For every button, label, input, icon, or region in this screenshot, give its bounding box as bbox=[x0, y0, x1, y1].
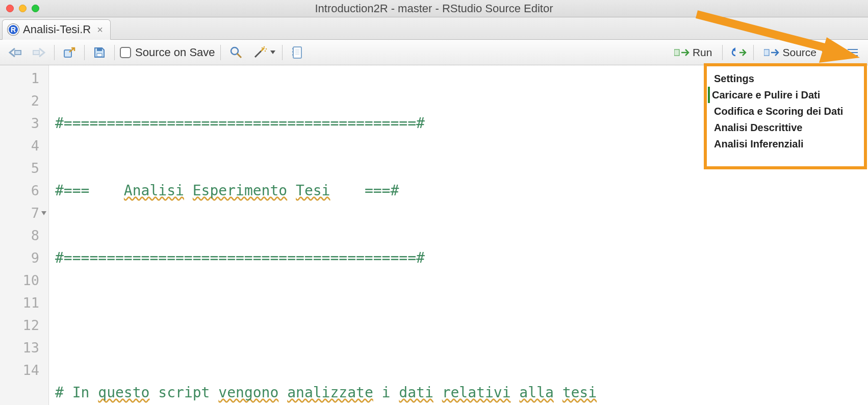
outline-item[interactable]: Caricare e Pulire i Dati bbox=[708, 87, 859, 103]
svg-line-4 bbox=[237, 54, 241, 58]
run-button[interactable]: Run bbox=[669, 44, 718, 61]
line-number[interactable]: 8 bbox=[0, 224, 48, 247]
line-number[interactable]: 5 bbox=[0, 157, 48, 180]
line-number[interactable]: 12 bbox=[0, 314, 48, 337]
outline-item[interactable]: Analisi Descrittive bbox=[712, 119, 859, 136]
svg-rect-17 bbox=[764, 49, 769, 56]
code-tools-button[interactable] bbox=[249, 44, 277, 61]
popout-button[interactable] bbox=[60, 44, 79, 61]
rerun-button[interactable] bbox=[728, 44, 748, 61]
outline-item[interactable]: Analisi Inferenziali bbox=[712, 136, 859, 152]
line-number[interactable]: 6 bbox=[0, 180, 48, 202]
checkbox-icon bbox=[120, 47, 131, 58]
line-number[interactable]: 13 bbox=[0, 337, 48, 359]
line-number[interactable]: 14 bbox=[0, 359, 48, 382]
toolbar-separator bbox=[54, 45, 55, 60]
tab-filename: Analisi-Tesi.R bbox=[23, 23, 91, 36]
save-button[interactable] bbox=[90, 44, 109, 61]
svg-point-5 bbox=[263, 46, 264, 47]
outline-item[interactable]: Settings bbox=[712, 70, 859, 87]
source-on-save-label: Source on Save bbox=[135, 46, 215, 59]
editor-toolbar: Source on Save Run Source bbox=[0, 40, 868, 65]
line-number[interactable]: 1 bbox=[0, 67, 48, 90]
tab-strip: R Analisi-Tesi.R × bbox=[0, 17, 868, 40]
svg-rect-15 bbox=[292, 54, 294, 56]
svg-point-8 bbox=[264, 50, 265, 51]
svg-rect-16 bbox=[674, 49, 679, 56]
outline-item[interactable]: Codifica e Scoring dei Dati bbox=[712, 103, 859, 119]
svg-point-3 bbox=[231, 47, 238, 55]
outline-toggle-button[interactable] bbox=[843, 44, 863, 61]
chevron-down-icon bbox=[822, 50, 827, 54]
toolbar-separator bbox=[84, 45, 85, 60]
svg-rect-2 bbox=[97, 48, 102, 51]
tab-close-icon[interactable]: × bbox=[97, 24, 103, 36]
source-file-tab[interactable]: R Analisi-Tesi.R × bbox=[2, 19, 111, 40]
svg-point-6 bbox=[265, 48, 266, 49]
chevron-down-icon bbox=[270, 50, 275, 54]
toolbar-separator bbox=[753, 45, 754, 60]
svg-rect-13 bbox=[292, 48, 294, 49]
line-number[interactable]: 11 bbox=[0, 292, 48, 314]
r-file-icon: R bbox=[8, 24, 19, 35]
svg-rect-9 bbox=[293, 47, 301, 58]
toolbar-separator bbox=[220, 45, 221, 60]
notebook-button[interactable] bbox=[288, 44, 306, 61]
svg-rect-1 bbox=[97, 54, 102, 57]
window-titlebar: Introduction2R - master - RStudio Source… bbox=[0, 0, 868, 17]
line-gutter: 1 2 3 4 5 6 7 8 9 10 11 12 13 14 bbox=[0, 65, 49, 405]
source-button[interactable]: Source bbox=[759, 44, 832, 61]
nav-back-button[interactable] bbox=[5, 44, 25, 61]
document-outline-panel: Settings Caricare e Pulire i Dati Codifi… bbox=[707, 66, 864, 166]
run-label: Run bbox=[693, 46, 712, 59]
nav-forward-button[interactable] bbox=[29, 44, 49, 61]
line-number[interactable]: 10 bbox=[0, 269, 48, 292]
svg-point-7 bbox=[261, 47, 262, 48]
source-on-save-toggle[interactable]: Source on Save bbox=[120, 46, 215, 59]
toolbar-separator bbox=[837, 45, 837, 60]
toolbar-separator bbox=[282, 45, 283, 60]
find-button[interactable] bbox=[226, 44, 246, 61]
source-icon bbox=[764, 47, 779, 58]
line-number[interactable]: 4 bbox=[0, 135, 48, 157]
line-number[interactable]: 7 bbox=[0, 202, 48, 224]
run-icon bbox=[674, 47, 690, 58]
svg-rect-14 bbox=[292, 51, 294, 53]
line-number[interactable]: 3 bbox=[0, 112, 48, 135]
window-title: Introduction2R - master - RStudio Source… bbox=[0, 2, 868, 15]
source-label: Source bbox=[782, 46, 816, 59]
line-number[interactable]: 9 bbox=[0, 247, 48, 269]
line-number[interactable]: 2 bbox=[0, 90, 48, 112]
toolbar-separator bbox=[114, 45, 115, 60]
toolbar-separator bbox=[722, 45, 723, 60]
